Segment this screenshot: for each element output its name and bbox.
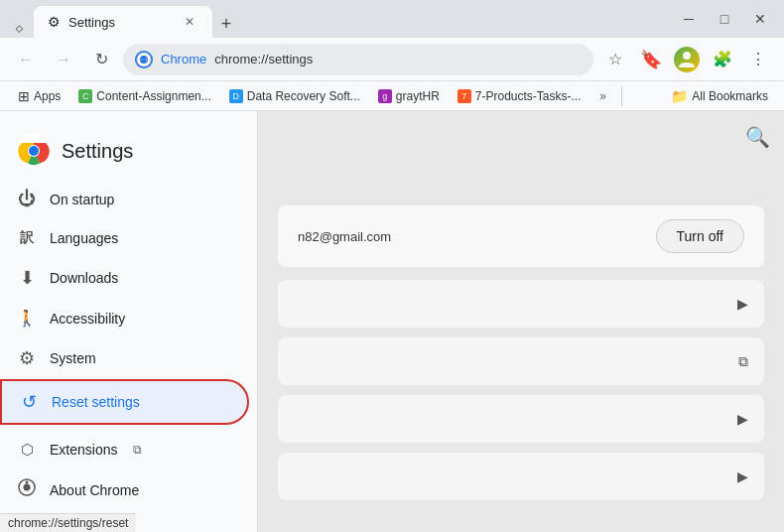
about-chrome-icon xyxy=(16,478,38,501)
window-controls: ─ □ ✕ xyxy=(673,3,776,35)
svg-point-8 xyxy=(26,481,29,484)
chrome-menu-button[interactable]: ⋮ xyxy=(742,44,774,75)
reading-list-button[interactable]: 🔖 xyxy=(635,44,667,75)
svg-point-9 xyxy=(24,484,31,491)
bookmarks-divider xyxy=(621,86,622,106)
bookmark-favicon-3: 7 xyxy=(457,89,471,103)
extensions-external-link-icon: ⧉ xyxy=(133,443,142,457)
active-tab[interactable]: ⚙ Settings ✕ xyxy=(34,6,212,38)
bookmark-label-0: Content-Assignmen... xyxy=(96,89,210,103)
accessibility-icon: 🚶 xyxy=(16,309,38,328)
bookmark-label-2: graytHR xyxy=(396,89,440,103)
sidebar-item-system[interactable]: ⚙ System xyxy=(0,337,249,379)
sidebar-item-reset-settings[interactable]: ↺ Reset settings xyxy=(0,379,249,425)
content-row-3[interactable]: ▶ xyxy=(278,395,764,443)
sidebar-item-label-reset: Reset settings xyxy=(52,394,140,410)
row-4-chevron-icon: ▶ xyxy=(737,468,748,484)
extensions-sidebar-icon: ⬡ xyxy=(16,441,38,459)
tab-group-btn[interactable]: ⬦ xyxy=(8,16,30,38)
downloads-icon: ⬇ xyxy=(16,267,38,289)
search-icon[interactable]: 🔍 xyxy=(745,125,770,149)
bookmark-item-2[interactable]: g graytHR xyxy=(370,86,448,106)
title-bar: ⬦ ⚙ Settings ✕ + ─ □ ✕ xyxy=(0,0,784,38)
sidebar-item-accessibility[interactable]: 🚶 Accessibility xyxy=(0,299,249,337)
chrome-logo xyxy=(16,133,52,169)
bookmarks-bar: ⊞ Apps C Content-Assignmen... D Data Rec… xyxy=(0,81,784,111)
address-bar[interactable]: Chrome chrome://settings xyxy=(123,44,593,75)
bookmark-label-1: Data Recovery Soft... xyxy=(247,89,360,103)
sidebar-scroll: ⏻ On startup 訳 Languages ⬇ Downloads 🚶 A… xyxy=(0,179,257,511)
sidebar-item-on-startup[interactable]: ⏻ On startup xyxy=(0,179,249,219)
profile-avatar xyxy=(674,47,700,72)
profile-button[interactable] xyxy=(671,44,703,75)
reload-button[interactable]: ↻ xyxy=(85,44,117,75)
sidebar-item-about-chrome[interactable]: About Chrome xyxy=(0,468,249,511)
all-bookmarks-label: All Bookmarks xyxy=(692,89,768,103)
url-display: chrome://settings xyxy=(214,52,313,66)
apps-label: Apps xyxy=(34,89,61,103)
tab-title: Settings xyxy=(68,15,115,30)
apps-grid-icon: ⊞ xyxy=(18,88,30,104)
languages-icon: 訳 xyxy=(16,229,38,247)
main-content: Settings ⏻ On startup 訳 Languages ⬇ Down… xyxy=(0,111,784,532)
sidebar-item-label-extensions: Extensions xyxy=(50,442,117,458)
sidebar-item-label-system: System xyxy=(50,350,96,366)
bookmarks-right: 📁 All Bookmarks xyxy=(665,85,774,107)
content-row-1[interactable]: ▶ xyxy=(278,280,764,328)
sidebar-item-label-about: About Chrome xyxy=(50,482,139,498)
close-button[interactable]: ✕ xyxy=(744,3,776,35)
all-bookmarks-link[interactable]: 📁 All Bookmarks xyxy=(665,85,774,107)
bookmark-favicon-0: C xyxy=(78,89,92,103)
sidebar-header: Settings xyxy=(0,119,257,179)
settings-page-title: Settings xyxy=(62,140,133,163)
bookmark-star-button[interactable]: ☆ xyxy=(599,44,631,75)
apps-bookmark[interactable]: ⊞ Apps xyxy=(10,85,68,107)
turn-off-button[interactable]: Turn off xyxy=(656,219,744,253)
svg-point-2 xyxy=(683,52,691,60)
nav-right-buttons: ☆ 🔖 🧩 ⋮ xyxy=(599,44,774,75)
navigation-bar: ← → ↻ Chrome chrome://settings ☆ 🔖 xyxy=(0,38,784,81)
sidebar-item-downloads[interactable]: ⬇ Downloads xyxy=(0,257,249,299)
svg-point-6 xyxy=(29,146,39,156)
bookmark-favicon-1: D xyxy=(229,89,243,103)
sidebar-item-label-accessibility: Accessibility xyxy=(50,311,125,327)
maximize-button[interactable]: □ xyxy=(709,3,740,35)
row-2-external-link-icon: ⧉ xyxy=(738,353,748,370)
tab-favicon: ⚙ xyxy=(48,14,61,30)
content-row-4[interactable]: ▶ xyxy=(278,453,764,500)
reset-settings-icon: ↺ xyxy=(18,391,40,413)
content-row-2[interactable]: ⧉ xyxy=(278,337,764,385)
sidebar-item-extensions[interactable]: ⬡ Extensions ⧉ xyxy=(0,431,249,468)
sync-section: n82@gmail.com Turn off xyxy=(278,205,764,267)
on-startup-icon: ⏻ xyxy=(16,189,38,209)
bookmark-label-3: 7-Products-Tasks-... xyxy=(475,89,582,103)
tab-close-button[interactable]: ✕ xyxy=(181,13,198,31)
sidebar: Settings ⏻ On startup 訳 Languages ⬇ Down… xyxy=(0,111,258,532)
folder-icon: 📁 xyxy=(671,88,688,104)
bookmark-favicon-2: g xyxy=(378,89,392,103)
bookmark-item-0[interactable]: C Content-Assignmen... xyxy=(70,86,218,106)
status-bar: chrome://settings/reset xyxy=(0,513,136,532)
sidebar-item-label-on-startup: On startup xyxy=(50,192,114,207)
extensions-button[interactable]: 🧩 xyxy=(707,44,738,75)
system-icon: ⚙ xyxy=(16,347,38,369)
row-1-chevron-icon: ▶ xyxy=(737,296,748,312)
bookmark-item-3[interactable]: 7 7-Products-Tasks-... xyxy=(450,86,589,106)
status-url: chrome://settings/reset xyxy=(8,516,128,530)
bookmark-item-1[interactable]: D Data Recovery Soft... xyxy=(221,86,368,106)
minimize-button[interactable]: ─ xyxy=(673,3,705,35)
chrome-label: Chrome xyxy=(161,52,206,66)
sidebar-item-languages[interactable]: 訳 Languages xyxy=(0,219,249,257)
sync-email: n82@gmail.com xyxy=(298,229,391,244)
sidebar-item-label-languages: Languages xyxy=(50,230,118,246)
forward-button[interactable]: → xyxy=(48,44,79,75)
secure-icon xyxy=(135,51,153,68)
sidebar-item-label-downloads: Downloads xyxy=(50,270,118,286)
back-button[interactable]: ← xyxy=(10,44,42,75)
row-3-chevron-icon: ▶ xyxy=(737,411,748,427)
content-panel: 🔍 n82@gmail.com Turn off ▶ ⧉ ▶ ▶ xyxy=(258,111,784,532)
tab-area: ⬦ ⚙ Settings ✕ + xyxy=(8,0,665,38)
new-tab-button[interactable]: + xyxy=(212,10,240,38)
more-bookmarks-button[interactable]: » xyxy=(591,84,615,108)
